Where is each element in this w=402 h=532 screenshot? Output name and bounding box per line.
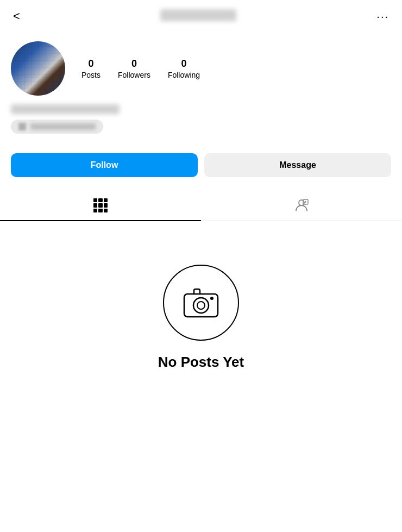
grid-cell [98, 209, 102, 212]
posts-count: 0 [89, 58, 94, 70]
header-username [22, 9, 374, 23]
no-posts-title: No Posts Yet [158, 354, 244, 371]
display-name-blurred [11, 104, 120, 114]
followers-count: 0 [131, 58, 137, 70]
stat-posts[interactable]: 0 Posts [81, 58, 100, 79]
grid-cell [93, 209, 97, 212]
svg-point-6 [197, 302, 205, 309]
profile-top-row: 0 Posts 0 Followers 0 Following [11, 41, 391, 96]
grid-cell [93, 198, 97, 202]
grid-icon [93, 198, 108, 212]
grid-cell [104, 203, 108, 207]
back-button[interactable]: < [11, 7, 22, 26]
profile-section: 0 Posts 0 Followers 0 Following [0, 33, 402, 145]
person-tag-icon [294, 198, 309, 213]
follow-button[interactable]: Follow [11, 153, 198, 177]
stat-following[interactable]: 0 Following [168, 58, 200, 79]
profile-info [11, 104, 391, 134]
following-label: Following [168, 71, 200, 79]
following-count: 0 [181, 58, 186, 70]
avatar-image [11, 41, 65, 96]
grid-cell [98, 203, 102, 207]
no-posts-section: No Posts Yet [0, 221, 402, 392]
posts-label: Posts [81, 71, 100, 79]
stat-followers[interactable]: 0 Followers [118, 58, 150, 79]
bio-text-blurred [30, 123, 96, 130]
grid-cell [98, 198, 102, 202]
grid-cell [93, 203, 97, 207]
tab-grid[interactable] [0, 190, 201, 221]
username-blurred [160, 9, 236, 21]
svg-point-5 [193, 298, 209, 313]
more-button[interactable]: ··· [374, 8, 391, 25]
bio-icon [18, 123, 26, 130]
grid-cell [104, 209, 108, 212]
camera-icon [182, 286, 220, 319]
action-buttons: Follow Message [0, 145, 402, 188]
tab-tagged[interactable] [201, 190, 402, 221]
header: < ··· [0, 0, 402, 33]
followers-label: Followers [118, 71, 150, 79]
avatar [11, 41, 65, 96]
tab-bar [0, 190, 402, 221]
camera-circle [163, 265, 239, 341]
grid-cell [104, 198, 108, 202]
message-button[interactable]: Message [204, 153, 391, 177]
bio-container [11, 120, 103, 134]
stats-row: 0 Posts 0 Followers 0 Following [81, 58, 200, 79]
svg-point-7 [210, 297, 213, 300]
